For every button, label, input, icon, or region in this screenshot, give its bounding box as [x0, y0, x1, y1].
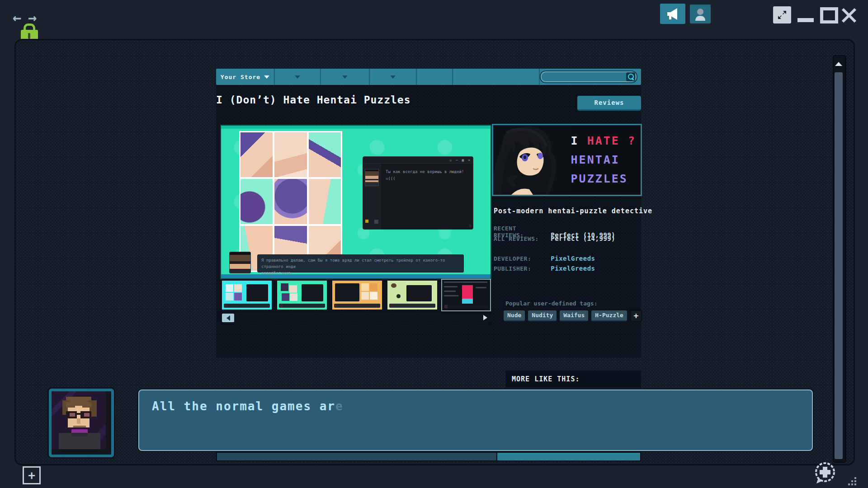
dialogue-avatar-art: [52, 391, 106, 449]
chat-window-controls-icon: ▫ ─ ▣ ✕: [449, 158, 471, 162]
tag-waifus[interactable]: Waifus: [560, 310, 588, 321]
search-icon-handle: [631, 78, 634, 80]
close-button[interactable]: [839, 5, 859, 25]
chat-settings-icon: [374, 220, 378, 224]
capsule-word-puzzles: PUZZLES: [571, 169, 636, 188]
screenshot-top-strip: [221, 126, 491, 129]
close-icon: [839, 5, 859, 25]
chat-avatar: [365, 169, 379, 186]
store-navbar: Your Store: [216, 69, 641, 85]
thumbnail-4[interactable]: [387, 280, 438, 310]
chat-titlebar: ▫ ─ ▣ ✕: [363, 157, 473, 164]
triangle-up-icon: [835, 62, 842, 66]
chevron-down-icon: [295, 75, 300, 79]
chevron-down-icon: [264, 75, 269, 79]
reviews-button[interactable]: Reviews: [577, 96, 641, 111]
vertical-scrollbar-thumb[interactable]: [835, 72, 843, 459]
thumbnail-pager: [220, 312, 491, 324]
game-tagline: Post-modern hentai-puzzle detective: [494, 207, 652, 215]
add-tag-button[interactable]: +: [630, 310, 642, 322]
scroll-up-button[interactable]: [835, 57, 843, 70]
nav-tab-your-store[interactable]: Your Store: [216, 69, 275, 85]
thumbnail-1[interactable]: [222, 280, 272, 310]
thumbnail-3[interactable]: [332, 280, 382, 310]
back-arrow-icon[interactable]: ←: [13, 11, 21, 24]
developer-row: DEVELOPER: PixelGreeds: [494, 255, 595, 262]
maximize-button[interactable]: [820, 7, 838, 23]
puzzle-tile: [274, 179, 307, 224]
puzzle-tile: [241, 179, 273, 224]
chat-status-icon: [365, 220, 368, 223]
chat-message: Ты как всегда не веришь в людей! =(((: [386, 169, 464, 182]
minimize-button[interactable]: [797, 18, 814, 22]
puzzle-tile: [241, 132, 273, 177]
developer-label: DEVELOPER:: [494, 255, 547, 262]
nav-tab-2[interactable]: [275, 69, 321, 85]
megaphone-icon: [665, 7, 680, 21]
capsule-word-hate: HATE: [587, 134, 620, 147]
nav-tab-4[interactable]: [370, 69, 417, 85]
more-like-this-header: MORE LIKE THIS:: [505, 371, 641, 388]
all-reviews-value: Perfect (14,999): [551, 235, 615, 242]
search-input[interactable]: [540, 70, 637, 83]
your-store-label: Your Store: [221, 74, 260, 80]
thumbnail-5[interactable]: [441, 279, 491, 311]
nav-search-area: [540, 69, 641, 85]
forward-arrow-icon[interactable]: →: [28, 11, 37, 24]
screenshot-viewer[interactable]: ▫ ─ ▣ ✕ Ты как всегда не веришь в людей!…: [220, 125, 491, 279]
pager-prev-button[interactable]: [222, 314, 234, 322]
capsule-art: [493, 125, 570, 195]
search-button[interactable]: [626, 72, 635, 81]
puzzle-tile: [274, 132, 307, 177]
dialogue-typed-text: All the normal games ar: [152, 399, 335, 413]
new-chat-button[interactable]: [812, 461, 838, 485]
tags-label: Popular user-defined tags:: [505, 300, 598, 307]
thumbnail-2[interactable]: [277, 280, 327, 310]
tag-nude[interactable]: Nude: [504, 310, 525, 321]
tag-h-puzzle[interactable]: H-Puzzle: [591, 310, 627, 321]
ingame-chat-window: ▫ ─ ▣ ✕ Ты как всегда не веришь в людей!…: [363, 156, 473, 230]
resize-grip-icon[interactable]: [848, 477, 857, 485]
caption-bubble: Я правильно делаю, сам бы я тоже вряд ли…: [257, 254, 464, 272]
caption-avatar: [229, 252, 251, 273]
game-capsule[interactable]: I HATE ? HENTAI PUZZLES: [492, 124, 642, 196]
chat-message-line2: =(((: [386, 175, 464, 182]
nav-tab-6[interactable]: [453, 69, 540, 85]
developer-link[interactable]: PixelGreeds: [551, 255, 595, 262]
pager-next-button[interactable]: [483, 315, 487, 320]
game-window: ← → Your Store: [0, 0, 868, 488]
publisher-link[interactable]: PixelGreeds: [551, 265, 595, 272]
horizontal-scrollbar-thumb[interactable]: [496, 453, 640, 460]
publisher-row: PUBLISHER: PixelGreeds: [494, 265, 595, 272]
tag-nudity[interactable]: Nudity: [528, 310, 557, 321]
add-button[interactable]: +: [23, 466, 41, 484]
user-icon: [694, 7, 707, 21]
publisher-label: PUBLISHER:: [494, 265, 547, 272]
dialogue-avatar: [49, 389, 114, 457]
puzzle-tile: [309, 132, 341, 177]
capsule-word-hentai: HENTAI: [571, 150, 636, 169]
announcements-button[interactable]: [660, 4, 685, 24]
thumbnail5-pink-panel: [462, 285, 473, 299]
all-reviews-row: ALL REVIEWS: Perfect (14,999): [494, 235, 615, 242]
chat-resize-grip-icon: ⠿: [469, 224, 472, 228]
speech-bubble-plus-icon: [812, 461, 838, 485]
nav-tab-5[interactable]: [417, 69, 453, 85]
chevron-down-icon: [390, 75, 396, 79]
fullscreen-button[interactable]: [773, 6, 791, 23]
dialogue-typing-char: e: [335, 399, 344, 413]
caption-line1: Я правильно делаю, сам бы я тоже вряд ли…: [261, 257, 460, 270]
tags-row: Nude Nudity Waifus H-Puzzle +: [504, 310, 642, 322]
puzzle-tile: [309, 179, 341, 224]
account-button[interactable]: [690, 5, 711, 23]
chat-message-line1: Ты как всегда не веришь в людей!: [386, 169, 464, 175]
screenshot-bottom-strip: [221, 274, 491, 278]
expand-arrows-icon: [776, 9, 788, 21]
capsule-title: I HATE ? HENTAI PUZZLES: [571, 131, 636, 188]
chevron-down-icon: [342, 75, 348, 79]
dialogue-box[interactable]: All the normal games are: [138, 389, 813, 451]
capsule-word-i: I: [571, 134, 579, 147]
thumbnail5-cyan-panel: [462, 299, 473, 304]
horizontal-scrollbar[interactable]: [216, 452, 641, 461]
nav-tab-3[interactable]: [321, 69, 370, 85]
